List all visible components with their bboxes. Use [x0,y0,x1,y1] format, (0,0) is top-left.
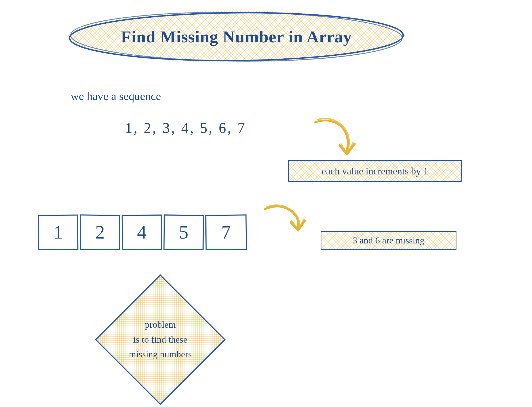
arrow-icon [261,201,315,236]
arrow-icon [310,114,364,163]
array-cell: 1 [38,214,79,250]
problem-diamond: problem is to find these missing numbers [95,274,226,405]
callout-increment: each value increments by 1 [288,160,462,182]
diamond-line: is to find these [133,332,187,347]
array-cell: 2 [80,214,120,250]
diamond-line: missing numbers [129,347,192,362]
array-cell: 5 [163,214,204,250]
page-title: Find Missing Number in Array [68,11,405,62]
diagram-canvas: Find Missing Number in Array we have a s… [0,0,532,407]
array-cell: 4 [122,215,162,250]
diamond-line: problem [145,317,176,332]
diamond-text: problem is to find these missing numbers [95,274,226,405]
array-cell: 7 [205,214,247,250]
callout-missing: 3 and 6 are missing [321,231,456,250]
title-ellipse: Find Missing Number in Array [68,11,405,62]
sequence-label: we have a sequence [71,90,161,103]
array-row: 1 2 4 5 7 [38,215,247,250]
sequence-numbers: 1, 2, 3, 4, 5, 6, 7 [125,120,246,136]
